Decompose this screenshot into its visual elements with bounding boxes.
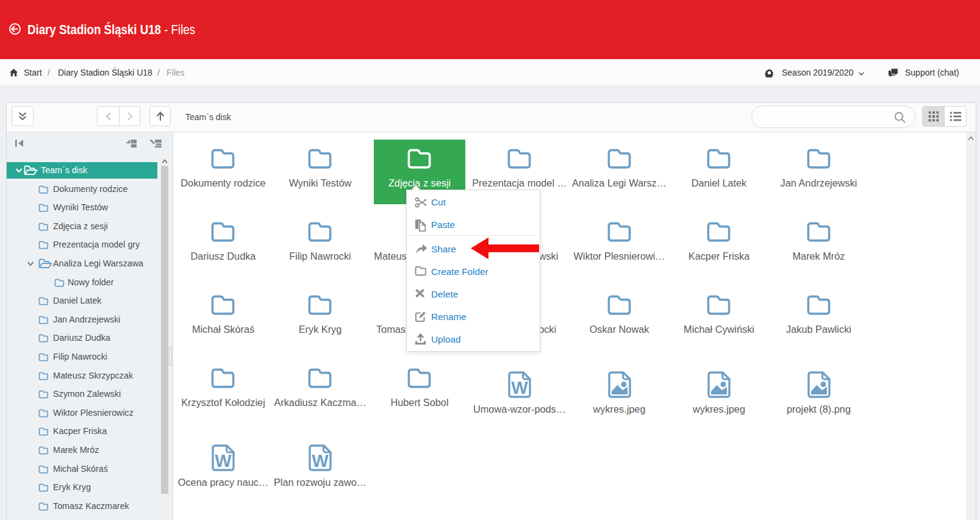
svg-text:W: W — [215, 451, 232, 471]
svg-text:W: W — [312, 451, 329, 471]
svg-text:W: W — [511, 378, 528, 397]
